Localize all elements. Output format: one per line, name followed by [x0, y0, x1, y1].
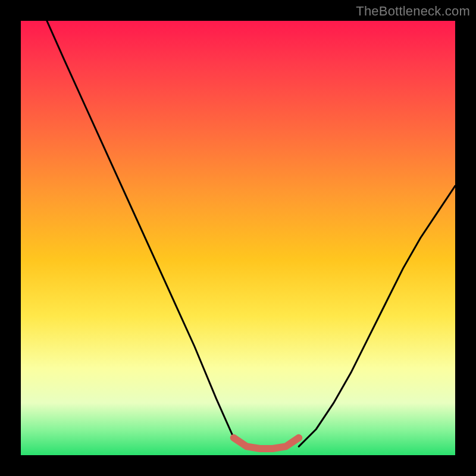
left-curve-path: [47, 21, 247, 446]
right-curve-path: [299, 186, 455, 446]
watermark-text: TheBottleneck.com: [356, 4, 470, 19]
bottom-highlight-path: [234, 438, 299, 449]
curve-overlay: [21, 21, 455, 455]
chart-frame: TheBottleneck.com: [0, 0, 476, 476]
plot-area: [21, 21, 455, 455]
